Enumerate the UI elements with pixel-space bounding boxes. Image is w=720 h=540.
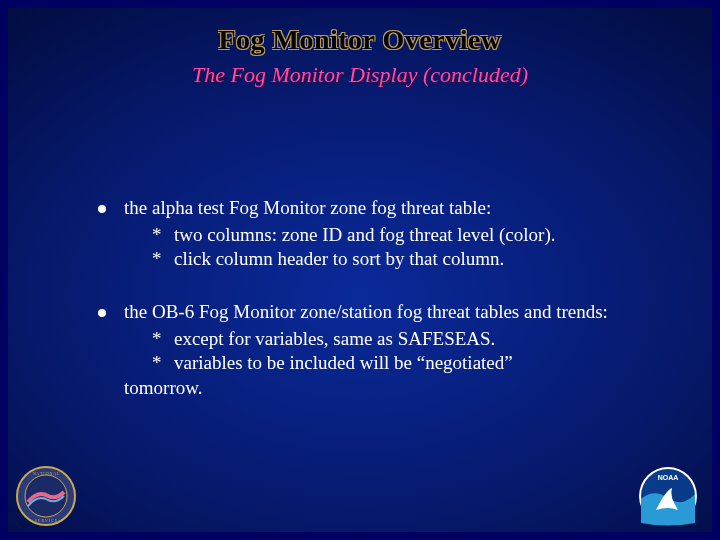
svg-text:N A T I O N A L: N A T I O N A L	[33, 471, 60, 476]
sub-item: * click column header to sort by that co…	[124, 247, 642, 272]
bullet-item: the OB-6 Fog Monitor zone/station fog th…	[98, 300, 642, 401]
slide-subtitle: The Fog Monitor Display (concluded)	[38, 62, 682, 88]
bullet-text: the OB-6 Fog Monitor zone/station fog th…	[124, 300, 642, 401]
asterisk-icon: *	[124, 247, 174, 272]
bullet-dot-icon	[98, 309, 106, 317]
sub-text: click column header to sort by that colu…	[174, 247, 642, 272]
nws-logo-icon: N A T I O N A L S E R V I C E	[16, 466, 76, 526]
sub-item: * except for variables, same as SAFESEAS…	[124, 327, 642, 352]
bullet-lead: the alpha test Fog Monitor zone fog thre…	[124, 197, 491, 218]
sub-continuation: tomorrow.	[124, 376, 642, 401]
sub-item: * variables to be included will be “nego…	[124, 351, 642, 376]
asterisk-icon: *	[124, 351, 174, 376]
svg-text:S E R V I C E: S E R V I C E	[35, 518, 58, 523]
asterisk-icon: *	[124, 223, 174, 248]
slide-title: Fog Monitor Overview	[38, 24, 682, 56]
noaa-label: NOAA	[658, 474, 679, 481]
sub-text: two columns: zone ID and fog threat leve…	[174, 223, 642, 248]
asterisk-icon: *	[124, 327, 174, 352]
slide: Fog Monitor Overview The Fog Monitor Dis…	[0, 0, 720, 540]
bullet-text: the alpha test Fog Monitor zone fog thre…	[124, 196, 642, 272]
noaa-logo-icon: NOAA	[638, 466, 698, 526]
sub-text: variables to be included will be “negoti…	[174, 351, 642, 376]
bullet-dot-icon	[98, 205, 106, 213]
sub-item: * two columns: zone ID and fog threat le…	[124, 223, 642, 248]
slide-body: the alpha test Fog Monitor zone fog thre…	[98, 196, 642, 429]
bullet-lead: the OB-6 Fog Monitor zone/station fog th…	[124, 301, 608, 322]
sub-list: * except for variables, same as SAFESEAS…	[124, 327, 642, 401]
sub-list: * two columns: zone ID and fog threat le…	[124, 223, 642, 272]
bullet-item: the alpha test Fog Monitor zone fog thre…	[98, 196, 642, 272]
sub-text: except for variables, same as SAFESEAS.	[174, 327, 642, 352]
